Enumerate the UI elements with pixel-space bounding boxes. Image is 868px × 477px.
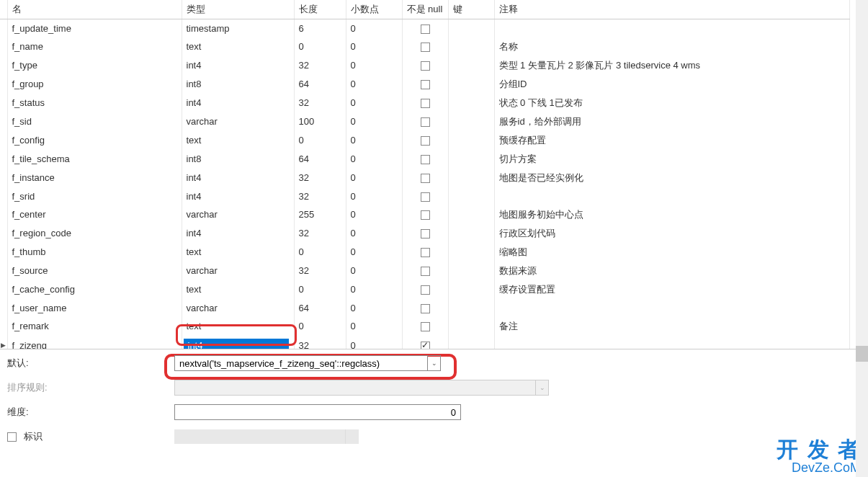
cell-comment[interactable] [494,187,850,205]
cell-not-null[interactable] [402,75,448,94]
cell-decimals[interactable]: 0 [346,336,402,350]
cell-not-null[interactable] [402,205,448,224]
cell-length[interactable]: 0 [294,243,346,262]
not-null-checkbox[interactable] [421,248,430,257]
cell-type[interactable]: int4 [182,94,294,112]
cell-decimals[interactable]: 0 [346,19,402,37]
cell-type[interactable]: text [182,131,294,150]
cell-name[interactable]: f_name [7,37,182,56]
not-null-checkbox[interactable] [421,267,430,276]
table-row[interactable]: f_region_codeint4320行政区划代码 [0,224,850,243]
cell-decimals[interactable]: 0 [346,131,402,150]
default-combo[interactable]: ⌄ [174,355,441,371]
cell-decimals[interactable]: 0 [346,187,402,205]
cell-decimals[interactable]: 0 [346,94,402,112]
cell-not-null[interactable] [402,280,448,299]
cell-decimals[interactable]: 0 [346,112,402,131]
not-null-checkbox[interactable] [421,43,430,52]
cell-type[interactable]: int4 [182,187,294,205]
cell-comment[interactable]: 状态 0 下线 1已发布 [494,94,850,112]
cell-decimals[interactable]: 0 [346,75,402,94]
cell-type[interactable]: int4 [182,56,294,75]
not-null-checkbox[interactable] [421,117,430,127]
table-row[interactable]: f_groupint8640分组ID [0,75,850,94]
header-not-null[interactable]: 不是 null [402,0,448,19]
cell-key[interactable] [448,205,494,224]
not-null-checkbox[interactable] [421,24,430,34]
cell-name[interactable]: f_cache_config [7,280,182,299]
cell-length[interactable]: 32 [294,187,346,205]
cell-length[interactable]: 255 [294,205,346,224]
dropdown-arrow-icon[interactable]: ⌄ [428,355,441,371]
cell-not-null[interactable] [402,131,448,150]
cell-length[interactable]: 32 [294,169,346,187]
cell-type[interactable]: varchar [182,262,294,280]
cell-name[interactable]: f_center [7,205,182,224]
cell-key[interactable] [448,243,494,262]
cell-key[interactable] [448,280,494,299]
not-null-checkbox[interactable] [421,229,430,239]
cell-not-null[interactable] [402,243,448,262]
cell-not-null[interactable] [402,150,448,169]
cell-length[interactable]: 0 [294,280,346,299]
table-row[interactable]: f_sidvarchar1000服务id，给外部调用 [0,112,850,131]
not-null-checkbox[interactable] [421,210,430,220]
cell-name[interactable]: f_region_code [7,224,182,243]
table-row[interactable]: f_remarktext00备注 [0,317,850,336]
cell-decimals[interactable]: 0 [346,37,402,56]
cell-name[interactable]: f_sid [7,112,182,131]
cell-decimals[interactable]: 0 [346,150,402,169]
cell-key[interactable] [448,299,494,317]
cell-not-null[interactable] [402,169,448,187]
cell-type[interactable]: timestamp [182,19,294,37]
cell-comment[interactable]: 数据来源 [494,262,850,280]
dimension-input[interactable] [174,404,461,420]
cell-length[interactable]: 100 [294,112,346,131]
table-row[interactable]: ▶f_zizengint4320 [0,336,850,350]
cell-comment[interactable]: 地图是否已经实例化 [494,169,850,187]
cell-type[interactable]: text [182,280,294,299]
table-row[interactable]: f_sridint4320 [0,187,850,205]
cell-not-null[interactable] [402,112,448,131]
identity-checkbox[interactable] [7,432,17,442]
cell-type[interactable]: int8 [182,75,294,94]
cell-name[interactable]: f_update_time [7,19,182,37]
cell-type[interactable]: int4 [182,169,294,187]
cell-comment[interactable]: 缩略图 [494,243,850,262]
cell-name[interactable]: f_zizeng [7,336,182,350]
table-row[interactable]: f_update_timetimestamp60 [0,19,850,37]
cell-key[interactable] [448,336,494,350]
not-null-checkbox[interactable] [421,285,430,295]
cell-comment[interactable]: 分组ID [494,75,850,94]
cell-key[interactable] [448,169,494,187]
table-row[interactable]: f_centervarchar2550地图服务初始中心点 [0,205,850,224]
not-null-checkbox[interactable] [421,99,430,108]
cell-key[interactable] [448,150,494,169]
table-row[interactable]: f_nametext00名称 [0,37,850,56]
header-name[interactable]: 名 [7,0,182,19]
cell-comment[interactable]: 行政区划代码 [494,224,850,243]
not-null-checkbox[interactable] [421,342,430,349]
cell-name[interactable]: f_srid [7,187,182,205]
cell-comment[interactable]: 类型 1 矢量瓦片 2 影像瓦片 3 tiledservice 4 wms [494,56,850,75]
cell-name[interactable]: f_user_name [7,299,182,317]
table-row[interactable]: f_sourcevarchar320数据来源 [0,262,850,280]
cell-key[interactable] [448,75,494,94]
header-comment[interactable]: 注释 [494,0,850,19]
cell-type[interactable]: int4 [182,336,294,350]
scrollbar-thumb[interactable] [856,346,868,362]
cell-name[interactable]: f_thumb [7,243,182,262]
cell-comment[interactable]: 名称 [494,37,850,56]
cell-length[interactable]: 32 [294,336,346,350]
cell-type[interactable]: text [182,37,294,56]
cell-length[interactable]: 64 [294,299,346,317]
cell-not-null[interactable] [402,336,448,350]
cell-length[interactable]: 32 [294,262,346,280]
cell-key[interactable] [448,56,494,75]
cell-name[interactable]: f_source [7,262,182,280]
table-row[interactable]: f_statusint4320状态 0 下线 1已发布 [0,94,850,112]
cell-comment[interactable] [494,19,850,37]
cell-name[interactable]: f_remark [7,317,182,336]
cell-decimals[interactable]: 0 [346,56,402,75]
table-row[interactable]: f_user_namevarchar640 [0,299,850,317]
